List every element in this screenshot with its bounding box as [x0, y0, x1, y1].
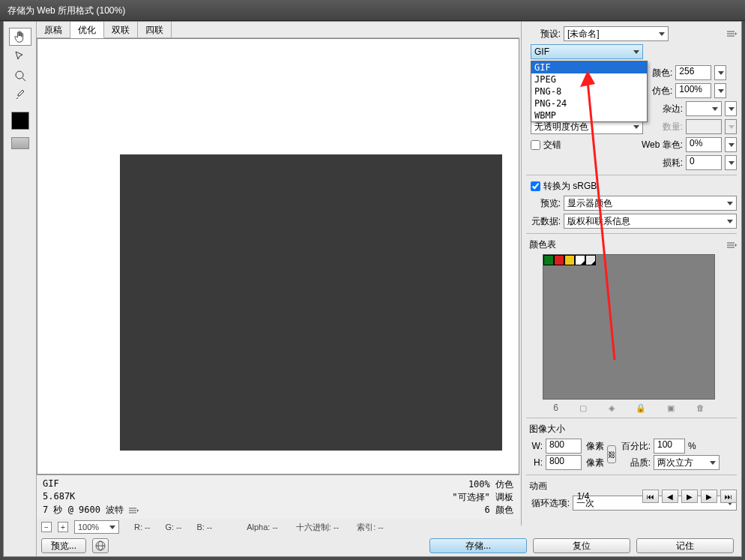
websnap-label: Web 靠色:: [642, 139, 683, 151]
anim-next-button[interactable]: ▶: [701, 490, 717, 503]
color-table-footer: 6 ▢ ◈ 🔒 ▣ 🗑: [543, 403, 715, 413]
action-bar: 预览... 存储... 复位 记住: [37, 537, 738, 555]
delete-color-icon[interactable]: 🗑: [696, 403, 705, 412]
zoom-select[interactable]: 100%: [74, 520, 119, 534]
preset-value: [未命名]: [567, 28, 600, 40]
save-button[interactable]: 存储...: [429, 538, 527, 553]
anim-last-button[interactable]: ⏭: [720, 490, 737, 503]
percent-label: 百分比:: [619, 440, 651, 453]
convert-srgb-label: 转换为 sRGB: [543, 180, 597, 193]
swatch[interactable]: [564, 255, 575, 265]
format-dropdown-list: GIF JPEG PNG-8 PNG-24 WBMP: [531, 61, 648, 122]
color-table-count: 6: [553, 403, 558, 413]
zoom-tool[interactable]: [9, 67, 31, 85]
anim-play-button[interactable]: ▶: [681, 490, 698, 503]
readout-b: B: --: [196, 523, 212, 532]
readout-index: 索引: --: [357, 522, 383, 533]
percent-input[interactable]: 100: [654, 439, 685, 454]
height-input[interactable]: 800: [546, 455, 582, 470]
color-table-flyout-icon[interactable]: [726, 241, 737, 249]
width-input[interactable]: 800: [546, 439, 582, 454]
bottom-readout-bar: − + 100% R: -- G: -- B: -- Alpha: -- 十六进…: [37, 519, 519, 535]
browser-preview-button[interactable]: [92, 538, 109, 553]
format-option-gif[interactable]: GIF: [531, 61, 647, 73]
document-preview: [40, 42, 505, 460]
anim-prev-button[interactable]: ◀: [662, 490, 678, 503]
slice-select-tool[interactable]: [9, 47, 31, 65]
format-option-wbmp[interactable]: WBMP: [531, 109, 647, 121]
svg-point-0: [16, 71, 23, 79]
constrain-proportions-icon[interactable]: ⛓: [607, 445, 616, 463]
quality-select[interactable]: 两次立方: [654, 455, 720, 470]
lossy-label: 损耗:: [663, 157, 683, 169]
new-color-icon[interactable]: ▣: [667, 403, 675, 413]
color-table-label: 颜色表: [529, 238, 556, 251]
swatch[interactable]: [585, 255, 596, 265]
percent-unit: %: [688, 441, 696, 451]
info-flyout-icon[interactable]: [128, 507, 139, 514]
zoom-out-button[interactable]: −: [41, 522, 52, 532]
reset-button[interactable]: 复位: [533, 538, 630, 553]
matte-select[interactable]: [686, 101, 722, 116]
colors-input[interactable]: 256: [675, 65, 711, 80]
preset-flyout-icon[interactable]: [726, 30, 737, 37]
quality-label: 品质:: [619, 457, 651, 469]
color-table[interactable]: [543, 254, 715, 400]
swatch[interactable]: [575, 255, 585, 265]
swatch[interactable]: [543, 255, 554, 265]
px-label-2: 像素: [586, 457, 604, 469]
eyedropper-color-swatch[interactable]: [11, 112, 29, 130]
anim-first-button[interactable]: ⏮: [642, 490, 659, 503]
readout-r: R: --: [134, 523, 150, 532]
format-option-png24[interactable]: PNG-24: [531, 97, 647, 109]
dither-stepper[interactable]: [714, 83, 726, 98]
format-value: GIF: [534, 46, 549, 57]
map-transparent-icon[interactable]: ▢: [579, 403, 587, 413]
tab-2up[interactable]: 双联: [104, 22, 138, 37]
convert-srgb-checkbox[interactable]: [531, 181, 540, 191]
tab-original[interactable]: 原稿: [37, 22, 70, 37]
swatch[interactable]: [554, 255, 564, 265]
zoom-in-button[interactable]: +: [58, 522, 68, 532]
interlace-label: 交错: [543, 139, 561, 151]
eyedropper-tool[interactable]: [9, 86, 31, 104]
matte-color-picker[interactable]: [725, 101, 737, 116]
format-select[interactable]: GIF: [531, 44, 643, 59]
metadata-label: 元数据:: [526, 215, 561, 228]
hand-tool[interactable]: [9, 28, 31, 46]
window-title: 存储为 Web 所用格式 (100%): [7, 5, 125, 16]
metadata-select[interactable]: 版权和联系信息: [564, 214, 737, 229]
info-format: GIF: [43, 478, 59, 491]
tab-4up[interactable]: 四联: [138, 22, 172, 37]
right-panel: 预设: [未命名] GIF GIF JPEG PNG-8 PNG-24 WBMP: [521, 22, 741, 526]
interlace-checkbox[interactable]: [531, 140, 540, 150]
info-palette: "可选择" 调板: [452, 491, 513, 504]
websnap-input[interactable]: 0%: [686, 137, 722, 152]
info-filesize: 5.687K: [43, 491, 75, 504]
preview-profile-value: 显示器颜色: [567, 197, 612, 210]
info-colors: 6 颜色: [485, 504, 513, 517]
left-toolbar: [4, 22, 37, 556]
amount-stepper: [725, 119, 737, 134]
preview-button[interactable]: 预览...: [41, 538, 86, 553]
lossy-input[interactable]: 0: [686, 155, 722, 170]
amount-input: [686, 119, 722, 134]
lock-color-icon[interactable]: 🔒: [636, 403, 646, 413]
shift-web-icon[interactable]: ◈: [609, 403, 615, 413]
toggle-slice-visibility[interactable]: [11, 137, 29, 149]
main-area: 原稿 优化 双联 四联 GIF 100% 仿色 5.687K "可选择" 调板 …: [37, 22, 519, 526]
colors-stepper[interactable]: [714, 65, 726, 80]
websnap-stepper[interactable]: [725, 137, 737, 152]
preview-profile-select[interactable]: 显示器颜色: [564, 196, 737, 211]
zoom-value: 100%: [78, 523, 99, 532]
format-option-png8[interactable]: PNG-8: [531, 85, 647, 97]
preset-select[interactable]: [未命名]: [564, 26, 669, 41]
tab-optimized[interactable]: 优化: [70, 22, 104, 38]
canvas-zone[interactable]: [37, 38, 519, 475]
dither-input[interactable]: 100%: [675, 83, 711, 98]
format-option-jpeg[interactable]: JPEG: [531, 73, 647, 85]
animation-nav: 1/4 ⏮ ◀ ▶ ▶ ⏭: [527, 490, 737, 503]
remember-button[interactable]: 记住: [636, 538, 734, 553]
lossy-stepper[interactable]: [725, 155, 737, 170]
width-label: W:: [529, 441, 543, 451]
